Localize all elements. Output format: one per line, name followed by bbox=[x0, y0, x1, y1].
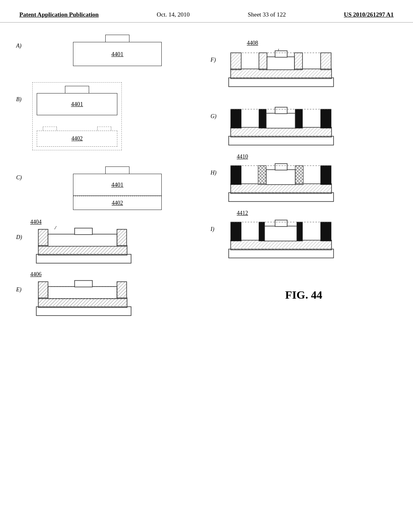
step-F-label: F) bbox=[211, 49, 223, 63]
right-column: 4408 F) bbox=[211, 35, 397, 317]
svg-rect-35 bbox=[266, 113, 295, 128]
svg-rect-2 bbox=[38, 245, 127, 255]
ref-4401-C: 4401 bbox=[111, 181, 123, 188]
ref-4402-B: 4402 bbox=[71, 135, 83, 142]
step-F-diagram bbox=[227, 49, 397, 89]
svg-rect-11 bbox=[38, 282, 48, 299]
svg-rect-20 bbox=[231, 53, 241, 70]
svg-rect-58 bbox=[275, 220, 287, 227]
svg-rect-54 bbox=[321, 222, 331, 241]
svg-rect-30 bbox=[231, 127, 332, 137]
step-F-row: 4408 F) bbox=[211, 49, 397, 89]
step-I-diagram bbox=[227, 218, 397, 260]
svg-rect-29 bbox=[229, 136, 334, 145]
svg-rect-51 bbox=[229, 249, 334, 258]
svg-rect-12 bbox=[117, 282, 127, 299]
svg-line-7 bbox=[54, 226, 58, 229]
step-E-diagram bbox=[32, 278, 202, 317]
svg-rect-3 bbox=[38, 229, 48, 246]
figure-label-container: FIG. 44 bbox=[211, 281, 397, 301]
step-G-diagram bbox=[227, 105, 397, 148]
svg-rect-33 bbox=[259, 109, 266, 128]
step-B-row: B) 4401 bbox=[16, 82, 202, 150]
left-column: A) 4401 B) bbox=[16, 35, 202, 317]
ref-4401-B: 4401 bbox=[71, 101, 83, 108]
step-I-row: 4412 I) bbox=[211, 218, 397, 260]
rect-B-bottom: 4402 bbox=[37, 131, 117, 147]
step-H-diagram bbox=[227, 162, 397, 204]
ref-4402-C: 4402 bbox=[112, 200, 123, 206]
svg-rect-31 bbox=[231, 109, 241, 128]
svg-rect-36 bbox=[275, 107, 287, 114]
svg-rect-5 bbox=[48, 234, 117, 246]
svg-rect-55 bbox=[259, 222, 265, 241]
svg-rect-44 bbox=[321, 166, 331, 185]
svg-rect-24 bbox=[267, 57, 294, 70]
step-A-label: A) bbox=[16, 35, 28, 49]
svg-rect-52 bbox=[231, 240, 332, 250]
step-H-row: 4410 H) bbox=[211, 162, 397, 204]
publication-date: Oct. 14, 2010 bbox=[157, 11, 190, 18]
svg-rect-10 bbox=[38, 298, 127, 308]
step-C-label: C) bbox=[16, 166, 28, 181]
step-C-row: C) 4401 4402 bbox=[16, 166, 202, 210]
ref-4406: 4406 bbox=[30, 271, 42, 278]
svg-rect-43 bbox=[231, 166, 241, 185]
svg-rect-56 bbox=[297, 222, 302, 241]
rect-C-bottom: 4402 bbox=[73, 196, 162, 210]
svg-rect-9 bbox=[36, 307, 131, 316]
svg-rect-48 bbox=[275, 164, 287, 170]
step-G-row: G) bbox=[211, 105, 397, 148]
svg-rect-34 bbox=[295, 109, 302, 128]
step-D-label: D) bbox=[16, 226, 28, 241]
step-B-diagram: 4401 4402 bbox=[32, 82, 202, 150]
publication-title: Patent Application Publication bbox=[19, 11, 99, 18]
rect-C-top: 4401 bbox=[73, 174, 162, 196]
figure-content: A) 4401 B) bbox=[0, 23, 413, 329]
ref-4401-A: 4401 bbox=[111, 51, 123, 58]
svg-rect-16 bbox=[75, 281, 92, 287]
figure-label: FIG. 44 bbox=[285, 289, 322, 301]
step-D-diagram bbox=[32, 226, 202, 264]
step-E-row: 4406 E) bbox=[16, 278, 202, 317]
svg-rect-18 bbox=[229, 78, 334, 87]
step-A-row: A) 4401 bbox=[16, 35, 202, 66]
ref-4408: 4408 bbox=[247, 40, 258, 46]
step-H-label: H) bbox=[211, 162, 223, 176]
sheet-info: Sheet 33 of 122 bbox=[248, 11, 286, 18]
svg-rect-46 bbox=[295, 166, 303, 185]
rect-B-top: 4401 bbox=[37, 93, 117, 115]
step-C-diagram: 4401 4402 bbox=[32, 166, 202, 210]
page-header: Patent Application Publication Oct. 14, … bbox=[0, 0, 413, 23]
publication-number: US 2010/261297 A1 bbox=[344, 11, 394, 18]
svg-rect-19 bbox=[231, 69, 332, 79]
svg-rect-21 bbox=[321, 53, 331, 70]
svg-rect-22 bbox=[259, 53, 267, 70]
step-B-label: B) bbox=[16, 82, 28, 103]
step-E-label: E) bbox=[16, 278, 28, 293]
tab-A bbox=[105, 35, 129, 42]
svg-rect-45 bbox=[258, 166, 266, 185]
svg-rect-25 bbox=[275, 51, 287, 57]
svg-rect-47 bbox=[266, 170, 295, 185]
step-D-row: 4404 D) bbox=[16, 226, 202, 264]
step-G-label: G) bbox=[211, 105, 223, 120]
ref-4410: 4410 bbox=[237, 154, 248, 160]
svg-rect-53 bbox=[231, 222, 241, 241]
step-I-label: I) bbox=[211, 218, 223, 233]
step-A-diagram: 4401 bbox=[32, 35, 202, 66]
ref-4412: 4412 bbox=[237, 210, 248, 216]
svg-rect-6 bbox=[75, 228, 92, 235]
ref-4404: 4404 bbox=[30, 219, 42, 225]
svg-rect-13 bbox=[48, 287, 117, 299]
rect-A-main: 4401 bbox=[73, 42, 162, 66]
svg-rect-0 bbox=[36, 254, 131, 263]
svg-rect-32 bbox=[321, 109, 331, 128]
svg-rect-4 bbox=[117, 229, 127, 246]
svg-rect-57 bbox=[265, 226, 297, 241]
svg-rect-42 bbox=[231, 184, 332, 193]
svg-rect-23 bbox=[294, 53, 302, 70]
svg-rect-41 bbox=[229, 193, 334, 202]
